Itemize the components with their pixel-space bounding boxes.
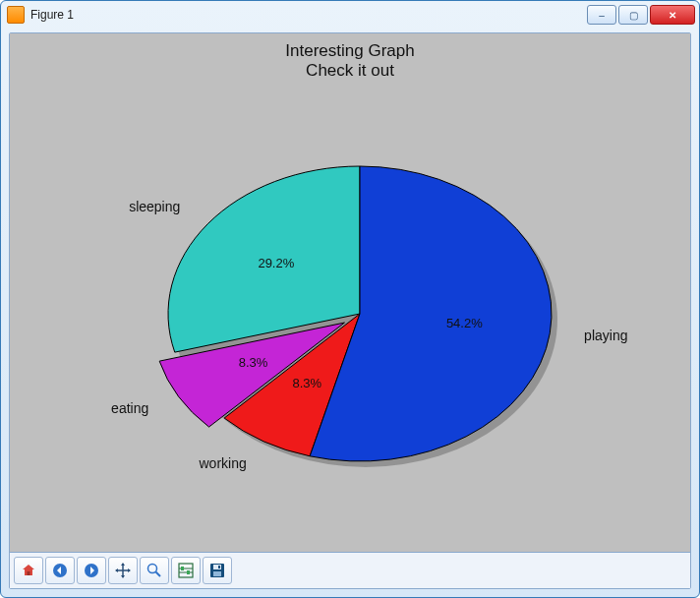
back-button[interactable] bbox=[45, 557, 75, 584]
slice-label-playing: playing bbox=[584, 328, 627, 343]
figure-window: Figure 1 – ▢ ✕ Interesting Graph Check i… bbox=[0, 0, 700, 598]
svg-rect-10 bbox=[187, 570, 190, 574]
plot-area: Interesting Graph Check it out 29.2%slee… bbox=[10, 33, 690, 553]
pct-label-working: 8.3% bbox=[292, 376, 321, 390]
pan-button[interactable] bbox=[108, 557, 138, 584]
sliders-icon bbox=[178, 563, 194, 578]
slice-label-sleeping: sleeping bbox=[129, 199, 180, 214]
maximize-button[interactable]: ▢ bbox=[618, 5, 648, 25]
pct-label-playing: 54.2% bbox=[446, 316, 483, 330]
subplots-button[interactable] bbox=[171, 557, 201, 584]
save-button[interactable] bbox=[203, 557, 232, 584]
slice-label-working: working bbox=[198, 455, 246, 471]
zoom-button[interactable] bbox=[140, 557, 169, 584]
svg-line-5 bbox=[156, 572, 161, 577]
arrow-left-icon bbox=[52, 563, 68, 578]
pct-label-sleeping: 29.2% bbox=[258, 256, 294, 270]
svg-rect-13 bbox=[213, 571, 221, 576]
pct-label-eating: 8.3% bbox=[239, 355, 268, 370]
window-controls: – ▢ ✕ bbox=[587, 5, 695, 25]
save-icon bbox=[209, 563, 225, 578]
svg-point-4 bbox=[148, 565, 157, 573]
pie-chart: 29.2%sleeping8.3%eating8.3%working54.2%p… bbox=[10, 33, 692, 550]
home-button[interactable] bbox=[14, 557, 43, 584]
slice-label-eating: eating bbox=[111, 400, 148, 416]
client-area: Interesting Graph Check it out 29.2%slee… bbox=[9, 32, 691, 589]
app-icon bbox=[7, 6, 25, 24]
minimize-button[interactable]: – bbox=[587, 5, 616, 25]
zoom-icon bbox=[146, 563, 162, 578]
window-title: Figure 1 bbox=[30, 8, 74, 22]
move-icon bbox=[115, 563, 131, 578]
close-button[interactable]: ✕ bbox=[650, 5, 695, 25]
svg-rect-14 bbox=[218, 566, 220, 568]
titlebar: Figure 1 – ▢ ✕ bbox=[1, 1, 699, 29]
arrow-right-icon bbox=[84, 563, 99, 578]
svg-rect-9 bbox=[181, 567, 184, 570]
home-icon bbox=[21, 563, 36, 578]
toolbar bbox=[10, 553, 690, 588]
forward-button[interactable] bbox=[77, 557, 106, 584]
svg-rect-1 bbox=[28, 571, 30, 575]
